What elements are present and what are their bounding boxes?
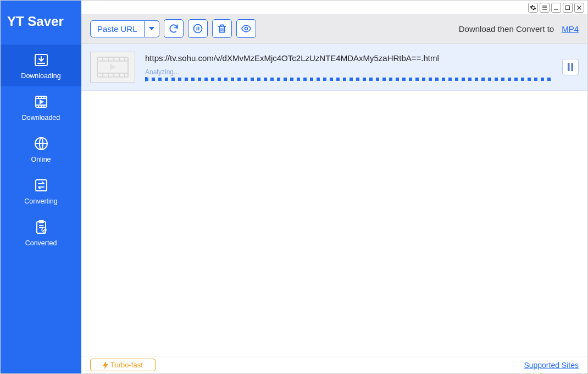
- retry-button[interactable]: [164, 19, 184, 38]
- svg-rect-42: [572, 63, 574, 71]
- convert-arrows-icon: [33, 178, 49, 193]
- sidebar-item-label: Converted: [25, 239, 57, 247]
- progress-bar: [145, 78, 552, 81]
- paste-url-button[interactable]: Paste URL: [90, 20, 145, 37]
- svg-rect-21: [566, 6, 570, 10]
- settings-button[interactable]: [528, 3, 538, 13]
- supported-sites-link[interactable]: Supported Sites: [524, 361, 579, 370]
- sidebar-item-downloading[interactable]: Downloading: [1, 45, 81, 86]
- download-status: Analyzing...: [145, 68, 552, 76]
- turbo-label: Turbo-fast: [110, 361, 143, 369]
- sidebar: YT Saver Downloading: [1, 1, 81, 373]
- download-info: https://tv.sohu.com/v/dXMvMzExMjc4OTc2Lz…: [145, 53, 552, 81]
- menu-button[interactable]: [540, 3, 550, 13]
- sidebar-item-downloaded[interactable]: Downloaded: [1, 86, 81, 128]
- download-item: https://tv.sohu.com/v/dXMvMzExMjc4OTc2Lz…: [81, 44, 587, 91]
- video-file-icon: [33, 94, 49, 109]
- download-tray-icon: [33, 52, 49, 68]
- svg-rect-12: [36, 180, 47, 191]
- paste-url-dropdown[interactable]: [145, 20, 159, 37]
- sidebar-item-online[interactable]: Online: [1, 128, 81, 170]
- video-thumbnail-icon: [90, 52, 135, 82]
- format-select[interactable]: MP4: [562, 24, 579, 34]
- clipboard-check-icon: [33, 219, 49, 235]
- svg-rect-41: [568, 63, 570, 71]
- download-list: https://tv.sohu.com/v/dXMvMzExMjc4OTc2Lz…: [81, 44, 587, 356]
- window-controls: [81, 1, 587, 14]
- sidebar-item-label: Converting: [24, 197, 57, 205]
- lightning-icon: [103, 361, 108, 369]
- pause-button[interactable]: [562, 59, 579, 75]
- pause-all-button[interactable]: [188, 19, 208, 38]
- toolbar: Paste URL Download then Convert to MP4: [81, 14, 587, 44]
- maximize-button[interactable]: [563, 3, 573, 13]
- close-button[interactable]: [574, 3, 584, 13]
- globe-icon: [33, 136, 49, 151]
- preview-button[interactable]: [236, 19, 256, 38]
- main-area: Paste URL Download then Convert to MP4: [81, 1, 587, 373]
- sidebar-item-label: Downloading: [21, 72, 60, 80]
- sidebar-item-converted[interactable]: Converted: [1, 212, 81, 254]
- turbo-fast-button[interactable]: Turbo-fast: [90, 359, 156, 371]
- delete-button[interactable]: [212, 19, 232, 38]
- sidebar-item-label: Online: [31, 156, 51, 163]
- svg-point-27: [245, 28, 247, 30]
- minimize-button[interactable]: [551, 3, 561, 13]
- app-title: YT Saver: [1, 1, 81, 45]
- download-url: https://tv.sohu.com/v/dXMvMzExMjc4OTc2Lz…: [145, 53, 552, 63]
- paste-url-group: Paste URL: [90, 20, 159, 37]
- sidebar-item-label: Downloaded: [22, 114, 60, 122]
- footer: Turbo-fast Supported Sites: [81, 356, 587, 373]
- sidebar-item-converting[interactable]: Converting: [1, 170, 81, 212]
- convert-label: Download then Convert to: [459, 24, 554, 34]
- svg-point-24: [193, 25, 202, 33]
